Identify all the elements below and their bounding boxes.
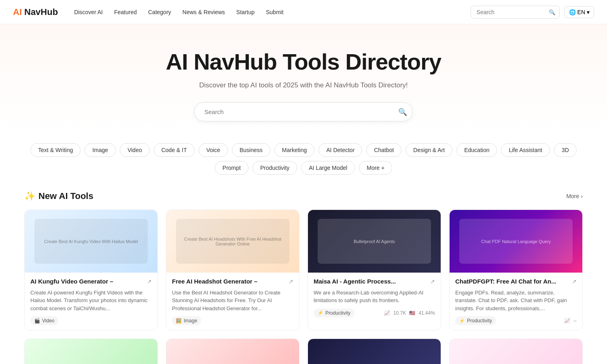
card-maisa-ai[interactable]: Bulletproof AI Agents Maisa AI - Agentic… xyxy=(308,210,441,330)
hero-search-button[interactable]: 🔍 xyxy=(398,108,407,116)
section-header: ✨ New AI Tools More › xyxy=(24,191,583,201)
category-prompt[interactable]: Prompt xyxy=(215,161,248,175)
category-business[interactable]: Business xyxy=(232,143,270,157)
category-video[interactable]: Video xyxy=(120,143,150,157)
hero-section: AI NavHub Tools Directory Discover the t… xyxy=(0,24,607,133)
card-chatpdfgpt[interactable]: Chat PDF Natural Language Query ChatPDFG… xyxy=(449,210,583,330)
card-percent: -- xyxy=(573,318,577,324)
card-title: Maisa AI - Agentic Process... xyxy=(314,277,427,286)
card-thumbnail: Create Best AI Kungfu Video With Hailuo … xyxy=(25,210,157,273)
tag-icon: 🖼️ xyxy=(176,318,182,324)
thumb-text: Create Best AI Headshots With Free AI He… xyxy=(176,219,290,264)
cards-grid: Create Best AI Kungfu Video With Hailuo … xyxy=(24,210,583,330)
section-title: ✨ New AI Tools xyxy=(24,191,93,201)
card-stats: 📈 -- xyxy=(564,318,577,324)
nav-search-input[interactable] xyxy=(471,6,560,19)
nav-link-submit[interactable]: Submit xyxy=(266,9,284,15)
nav-link-news-reviews[interactable]: News & Reviews xyxy=(183,9,225,15)
tag-label: Image xyxy=(184,318,197,324)
card-title: AI Kungfu Video Generator – xyxy=(30,277,144,286)
nav-link-discover-ai[interactable]: Discover AI xyxy=(74,9,103,15)
card-title: ChatPDFGPT: Free AI Chat for An... xyxy=(455,277,569,286)
logo-name-text: NavHub xyxy=(24,7,58,17)
card-views: 10.7K xyxy=(393,310,406,316)
language-button[interactable]: 🌐 EN ▾ xyxy=(565,6,594,18)
nav-search-wrap: 🔍 xyxy=(471,6,560,19)
category-voice[interactable]: Voice xyxy=(199,143,228,157)
card-placeholder-r2-2 xyxy=(166,339,299,364)
category-life-assistant[interactable]: Life Assistant xyxy=(501,143,550,157)
category-3d[interactable]: 3D xyxy=(554,143,577,157)
card-footer: ⚡ Productivity 📈 -- xyxy=(455,316,577,325)
nav-link-startup[interactable]: Startup xyxy=(236,9,255,15)
hero-subtitle: Discover the top AI tools of 2025 with t… xyxy=(8,81,599,89)
card-tag[interactable]: 🎬 Video xyxy=(30,316,58,325)
trending-icon: 📈 xyxy=(564,318,570,324)
category-more[interactable]: More + xyxy=(359,161,392,175)
nav-links: Discover AIFeaturedCategoryNews & Review… xyxy=(74,9,470,15)
card-flag: 🇺🇸 xyxy=(409,310,415,316)
tag-label: Video xyxy=(42,318,54,324)
card-placeholder-r2-3 xyxy=(308,339,441,364)
category-chatbot[interactable]: Chatbot xyxy=(366,143,401,157)
thumb-text: Chat PDF Natural Language Query xyxy=(459,219,573,264)
card-description: We are a Research-Lab overcoming Applied… xyxy=(314,289,435,305)
card-tag[interactable]: 🖼️ Image xyxy=(172,316,201,325)
nav-search-button[interactable]: 🔍 xyxy=(549,9,556,15)
trending-icon: 📈 xyxy=(384,310,390,316)
more-link-label: More xyxy=(566,193,579,199)
category-design-art[interactable]: Design & Art xyxy=(405,143,452,157)
category-marketing[interactable]: Marketing xyxy=(274,143,314,157)
cards-row2 xyxy=(24,339,583,364)
sparkle-icon: ✨ xyxy=(24,191,35,201)
nav-link-category[interactable]: Category xyxy=(148,9,171,15)
card-description: Engage PDFs. Read, analyze, summarize, t… xyxy=(455,289,577,313)
category-education[interactable]: Education xyxy=(456,143,497,157)
card-body: Free AI Headshot Generator – ↗ Use the B… xyxy=(166,273,299,330)
external-link-icon[interactable]: ↗ xyxy=(147,278,152,285)
logo[interactable]: AI NavHub xyxy=(13,7,58,17)
nav-link-featured[interactable]: Featured xyxy=(114,9,137,15)
chevron-right-icon: › xyxy=(581,193,583,199)
category-text-writing[interactable]: Text & Writing xyxy=(30,143,81,157)
external-link-icon[interactable]: ↗ xyxy=(289,278,293,285)
card-thumbnail: Bulletproof AI Agents xyxy=(308,210,441,273)
section-title-text: New AI Tools xyxy=(38,191,93,201)
card-footer: ⚡ Productivity 📈 10.7K 🇺🇸 41.44% xyxy=(314,309,435,317)
tag-label: Productivity xyxy=(467,318,492,324)
tag-icon: ⚡ xyxy=(459,318,465,324)
chevron-down-icon: ▾ xyxy=(587,9,590,15)
nav-right: 🔍 🌐 EN ▾ xyxy=(471,6,594,19)
new-ai-tools-section: ✨ New AI Tools More › Create Best AI Kun… xyxy=(0,184,607,364)
category-ai-detector[interactable]: AI Detector xyxy=(318,143,362,157)
card-title-row: AI Kungfu Video Generator – ↗ xyxy=(30,277,152,286)
card-tag[interactable]: ⚡ Productivity xyxy=(314,309,354,317)
card-description: Use the Best AI Headshot Generator to Cr… xyxy=(172,289,293,313)
card-description: Create AI-powered Kungfu Fight Videos wi… xyxy=(30,289,152,313)
card-thumbnail: Chat PDF Natural Language Query xyxy=(450,210,582,273)
category-code-it[interactable]: Code & IT xyxy=(154,143,195,157)
external-link-icon[interactable]: ↗ xyxy=(430,278,435,285)
category-productivity[interactable]: Productivity xyxy=(253,161,297,175)
card-footer: 🎬 Video xyxy=(30,316,152,325)
more-link[interactable]: More › xyxy=(566,193,583,199)
card-tag[interactable]: ⚡ Productivity xyxy=(455,316,496,325)
hero-search-wrap: 🔍 xyxy=(194,102,413,121)
card-ai-kungfu[interactable]: Create Best AI Kungfu Video With Hailuo … xyxy=(24,210,158,330)
globe-icon: 🌐 xyxy=(569,9,576,15)
card-stats: 📈 10.7K 🇺🇸 41.44% xyxy=(384,310,435,316)
card-body: Maisa AI - Agentic Process... ↗ We are a… xyxy=(308,273,441,322)
category-image[interactable]: Image xyxy=(85,143,116,157)
card-placeholder-r2-1 xyxy=(24,339,158,364)
categories-container: Text & WritingImageVideoCode & ITVoiceBu… xyxy=(0,133,607,184)
navbar: AI NavHub Discover AIFeaturedCategoryNew… xyxy=(0,0,607,24)
card-title: Free AI Headshot Generator – xyxy=(172,277,285,286)
thumb-text: Bulletproof AI Agents xyxy=(318,219,431,264)
category-ai-large-model[interactable]: AI Large Model xyxy=(301,161,355,175)
tag-label: Productivity xyxy=(325,310,350,316)
card-ai-headshot[interactable]: Create Best AI Headshots With Free AI He… xyxy=(166,210,299,330)
card-footer: 🖼️ Image xyxy=(172,316,293,325)
external-link-icon[interactable]: ↗ xyxy=(572,278,577,285)
hero-search-input[interactable] xyxy=(194,102,413,121)
thumb-text: Create Best AI Kungfu Video With Hailuo … xyxy=(34,219,148,264)
